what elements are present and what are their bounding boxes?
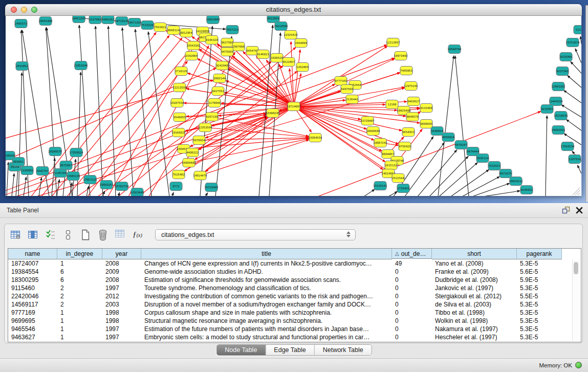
function-builder-icon[interactable]: ƒ(x) (130, 228, 144, 242)
graph-node[interactable]: 16210643 (554, 112, 568, 120)
graph-node[interactable]: 17359924 (70, 148, 84, 157)
table-cell[interactable]: 19384554 (8, 268, 57, 276)
table-row[interactable]: 1872400712008Changes of HCN gene express… (8, 259, 581, 268)
float-panel-icon[interactable] (562, 206, 570, 216)
table-settings-icon[interactable]: ⚙ (9, 228, 23, 242)
table-cell[interactable]: Jankovic et al. (1997) (432, 284, 517, 292)
table-cell[interactable]: 2008 (102, 276, 141, 284)
graph-node[interactable]: 4498222 (186, 148, 199, 157)
table-cell[interactable]: 1 (57, 259, 102, 268)
table-cell[interactable]: 1 (57, 317, 102, 325)
table-cell[interactable]: 18300295 (8, 276, 57, 284)
graph-node[interactable]: 10653287 (72, 16, 86, 23)
graph-node[interactable]: 9899695 (420, 120, 432, 128)
select-column-icon[interactable] (26, 228, 40, 242)
graph-node[interactable]: 17016534 (561, 142, 575, 151)
graph-node[interactable]: 1588520 (271, 54, 283, 62)
graph-node[interactable]: 9771 (170, 182, 182, 191)
graph-node[interactable]: 9463627 (407, 97, 420, 106)
table-row[interactable]: 946554611997Estimation of the future num… (8, 325, 581, 333)
table-cell[interactable]: Nakamura et al. (1997) (432, 325, 517, 333)
table-cell[interactable]: 1997 (102, 284, 141, 292)
graph-node[interactable]: 15692931 (552, 126, 565, 135)
table-cell[interactable]: Franke et al. (2009) (432, 268, 517, 276)
graph-node[interactable]: 7485063 (400, 67, 412, 75)
citation-edge-black[interactable] (79, 25, 90, 196)
import-table-icon[interactable] (113, 228, 127, 242)
table-cell[interactable]: 1997 (102, 325, 141, 333)
graph-node[interactable]: 885051 (12, 158, 25, 166)
graph-node[interactable]: 1564094 (295, 39, 307, 48)
graph-node[interactable]: 9777169 (335, 77, 347, 85)
graph-node[interactable]: 9227343 (556, 67, 569, 76)
table-row[interactable]: 1456911722003Disruption of a novel membe… (8, 300, 581, 309)
graph-node[interactable]: 8215955 (541, 105, 553, 114)
graph-node[interactable]: 16543382 (187, 41, 201, 50)
graph-node[interactable]: 10719135 (115, 17, 129, 26)
graph-node[interactable]: 7632621 (488, 162, 500, 170)
graph-node[interactable]: 20206576 (49, 147, 62, 156)
citation-edge-black[interactable] (571, 61, 581, 73)
graph-node[interactable]: 12444154 (549, 97, 563, 106)
resize-grip-icon[interactable] (575, 190, 580, 195)
table-cell[interactable]: 9463627 (8, 333, 57, 341)
table-cell[interactable]: Disruption of a novel member of a sodium… (141, 300, 392, 309)
table-cell[interactable]: 5.3E-5 (517, 309, 562, 317)
table-cell[interactable]: Stergiakouli et al. (2012) (432, 292, 517, 300)
graph-node[interactable]: 8958924 (442, 133, 454, 142)
graph-node[interactable]: 2522544 (392, 174, 404, 183)
table-cell[interactable]: 5.6E-5 (517, 268, 562, 276)
graph-node[interactable]: 12353594 (199, 123, 213, 132)
graph-node[interactable]: 15136141 (374, 182, 387, 190)
graph-node[interactable]: 8522057 (282, 58, 295, 67)
citation-edge-black[interactable] (52, 158, 55, 196)
table-cell[interactable]: 5.5E-5 (517, 292, 562, 300)
table-cell[interactable]: 5.3E-5 (517, 333, 562, 341)
graph-node[interactable]: 1156866 (21, 166, 33, 175)
graph-node[interactable]: 12923445 (130, 188, 144, 196)
table-row[interactable]: 977716911998Corpus callosum shape and si… (8, 309, 581, 317)
table-cell[interactable]: 9115460 (8, 284, 57, 292)
column-header-name[interactable]: name (8, 249, 57, 259)
graph-node[interactable]: 8267130 (206, 113, 218, 121)
graph-node[interactable]: 9245652 (520, 186, 533, 194)
graph-node[interactable]: 15716485 (205, 183, 219, 192)
scrollbar-thumb[interactable] (574, 262, 578, 274)
table-row[interactable]: 911546021997Tourette syndrome. Phenomeno… (8, 284, 581, 292)
citation-edge-black[interactable] (148, 32, 169, 196)
citation-edge-black[interactable] (364, 189, 375, 196)
table-cell[interactable]: 0 (392, 292, 432, 300)
graph-node[interactable]: 15720407 (361, 117, 375, 125)
graph-node[interactable]: 10688609 (366, 127, 380, 136)
citation-edge-black[interactable] (103, 191, 104, 196)
graph-node[interactable]: 14914479 (193, 171, 207, 180)
tab-edge-table[interactable]: Edge Table (265, 345, 314, 355)
column-header-in_degree[interactable]: in_degree (57, 249, 102, 259)
table-cell[interactable]: Genome-wide association studies in ADHD. (141, 268, 392, 276)
graph-node[interactable]: 1640954 (431, 127, 443, 136)
table-cell[interactable]: 14569117 (8, 300, 57, 309)
graph-node[interactable]: 7625402 (172, 170, 185, 179)
graph-node[interactable]: 2136442 (346, 95, 358, 104)
table-cell[interactable]: 2012 (102, 292, 141, 300)
graph-node[interactable]: 7857223 (226, 26, 238, 34)
graph-node[interactable]: 16671355 (128, 18, 142, 27)
table-cell[interactable]: 1 (57, 333, 102, 341)
delete-table-icon[interactable] (96, 228, 110, 242)
citation-edge-black[interactable] (472, 183, 510, 196)
graph-node[interactable]: 1362065 (296, 63, 309, 72)
graph-node[interactable]: 11123 (574, 26, 581, 34)
citation-edge-black[interactable] (172, 192, 173, 196)
graph-node[interactable]: 17957225 (83, 176, 97, 184)
graph-node[interactable]: 18807243 (374, 139, 387, 147)
graph-node[interactable]: 8471676 (499, 169, 512, 178)
graph-node[interactable]: 9756928 (399, 142, 411, 151)
graph-node[interactable]: 16099489 (182, 159, 196, 167)
table-row[interactable]: 969969511998Structural magnetic resonanc… (8, 317, 581, 325)
graph-node[interactable]: 19384554 (309, 134, 323, 142)
graph-node[interactable]: 9827508 (221, 38, 233, 47)
table-cell[interactable]: Estimation of significance thresholds fo… (141, 276, 392, 284)
table-cell[interactable]: 6 (57, 268, 102, 276)
graph-node[interactable]: 19166825 (172, 128, 186, 137)
tab-node-table[interactable]: Node Table (216, 345, 265, 355)
